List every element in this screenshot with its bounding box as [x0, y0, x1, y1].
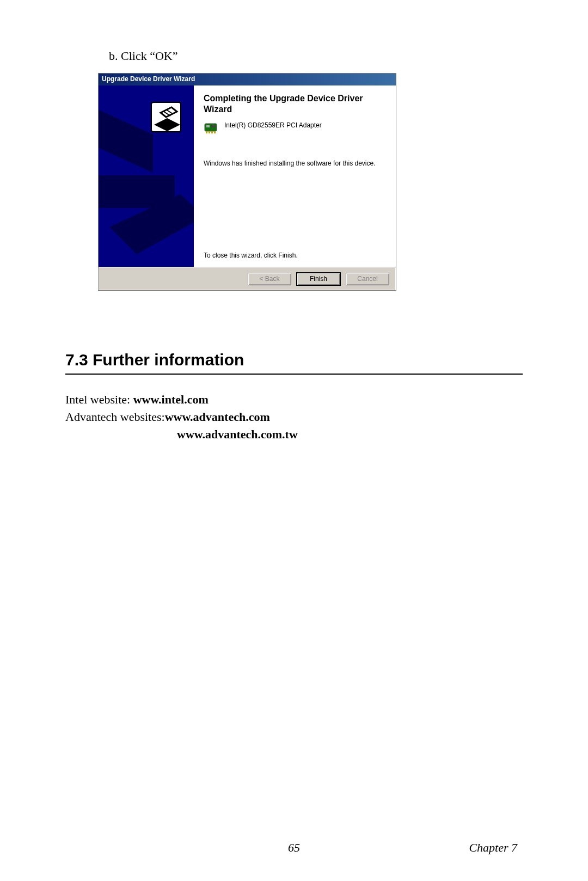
advantech-label: Advantech websites:: [65, 410, 165, 424]
svg-rect-18: [214, 131, 216, 133]
upgrade-driver-dialog: Upgrade Device Driver Wizard: [98, 73, 396, 291]
page-footer: 65 Chapter 7: [0, 841, 588, 855]
advantech-url-2: www.advantech.com.tw: [177, 427, 298, 441]
adapter-name-text: Intel(R) GD82559ER PCI Adapter: [224, 120, 322, 129]
back-button: < Back: [248, 273, 291, 285]
svg-rect-4: [101, 178, 117, 186]
chapter-label: Chapter 7: [469, 841, 517, 855]
close-instruction: To close this wizard, click Finish.: [204, 252, 387, 259]
svg-rect-14: [211, 125, 216, 127]
section-heading: 7.3 Further information: [65, 351, 523, 375]
dialog-titlebar: Upgrade Device Driver Wizard: [99, 74, 396, 85]
page-number: 65: [288, 841, 300, 855]
svg-rect-5: [123, 183, 138, 191]
svg-rect-15: [206, 131, 207, 133]
finish-button[interactable]: Finish: [297, 273, 340, 285]
svg-rect-16: [209, 131, 210, 133]
svg-rect-17: [211, 131, 213, 133]
dialog-button-row: < Back Finish Cancel: [99, 267, 396, 290]
intel-label: Intel website:: [65, 393, 133, 406]
install-complete-msg: Windows has finished installing the soft…: [204, 160, 387, 167]
intel-url: www.intel.com: [133, 393, 209, 406]
advantech-url-1: www.advantech.com: [165, 410, 270, 424]
svg-rect-13: [206, 125, 210, 127]
wizard-heading: Completing the Upgrade Device Driver Wiz…: [204, 93, 387, 115]
network-adapter-icon: [204, 120, 219, 136]
further-info-links: Intel website: www.intel.com Advantech w…: [65, 391, 523, 443]
step-instruction: b. Click “OK”: [109, 49, 523, 63]
wizard-sidebar-image: [99, 85, 194, 267]
cancel-button: Cancel: [346, 273, 389, 285]
